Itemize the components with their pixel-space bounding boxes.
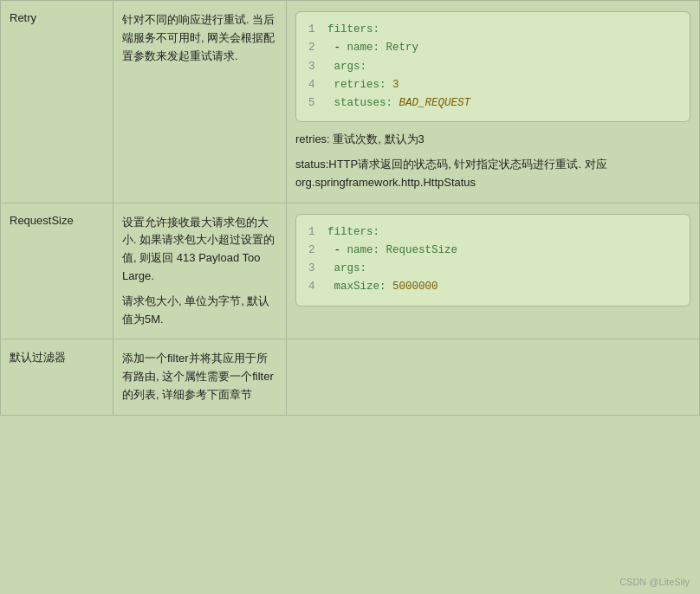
row-desc-text: 设置允许接收最大请求包的大小. 如果请求包大小超过设置的值, 则返回 413 P… bbox=[122, 214, 277, 286]
code-line: 4 retries: 3 bbox=[308, 76, 677, 94]
code-line: 1filters: bbox=[308, 21, 677, 39]
code-line: 1filters: bbox=[308, 223, 677, 242]
row-name-label: RequestSize bbox=[10, 214, 74, 227]
row-name-label: 默认过滤器 bbox=[10, 351, 66, 364]
code-line: 4 maxSize: 5000000 bbox=[308, 278, 677, 296]
row-content: 1filters: 2 - name: Retry 3 args: 4 retr… bbox=[287, 1, 699, 203]
row-content: 1filters: 2 - name: RequestSize 3 args: … bbox=[287, 203, 699, 339]
row-description: 添加一个filter并将其应用于所有路由, 这个属性需要一个filter的列表,… bbox=[113, 339, 287, 414]
table-row: RequestSize 设置允许接收最大请求包的大小. 如果请求包大小超过设置的… bbox=[1, 203, 699, 340]
row-name: RequestSize bbox=[1, 203, 113, 339]
row-content bbox=[287, 339, 699, 414]
row-description: 针对不同的响应进行重试. 当后端服务不可用时, 网关会根据配置参数来发起重试请求… bbox=[113, 1, 287, 203]
row-description: 设置允许接收最大请求包的大小. 如果请求包大小超过设置的值, 则返回 413 P… bbox=[113, 203, 287, 339]
note-status: status:HTTP请求返回的状态码, 针对指定状态码进行重试. 对应org.… bbox=[295, 156, 690, 192]
note-retries: retries: 重试次数, 默认为3 bbox=[295, 131, 690, 149]
row-desc-text: 针对不同的响应进行重试. 当后端服务不可用时, 网关会根据配置参数来发起重试请求… bbox=[122, 13, 275, 62]
row-desc-note: 请求包大小, 单位为字节, 默认值为5M. bbox=[122, 293, 277, 329]
row-name: 默认过滤器 bbox=[1, 339, 113, 414]
code-block: 1filters: 2 - name: Retry 3 args: 4 retr… bbox=[295, 11, 690, 122]
watermark: CSDN @LiteSily bbox=[619, 577, 690, 587]
code-line: 3 args: bbox=[308, 260, 677, 278]
table-row: 默认过滤器 添加一个filter并将其应用于所有路由, 这个属性需要一个filt… bbox=[1, 339, 699, 414]
code-line: 2 - name: Retry bbox=[308, 39, 677, 57]
row-name-label: Retry bbox=[10, 11, 36, 24]
row-name: Retry bbox=[1, 1, 113, 203]
code-block: 1filters: 2 - name: RequestSize 3 args: … bbox=[295, 214, 690, 307]
code-line: 3 args: bbox=[308, 58, 677, 76]
table-row: Retry 针对不同的响应进行重试. 当后端服务不可用时, 网关会根据配置参数来… bbox=[1, 1, 699, 203]
main-table: Retry 针对不同的响应进行重试. 当后端服务不可用时, 网关会根据配置参数来… bbox=[0, 0, 700, 416]
row-desc-text: 添加一个filter并将其应用于所有路由, 这个属性需要一个filter的列表,… bbox=[122, 352, 274, 401]
code-line: 2 - name: RequestSize bbox=[308, 242, 677, 260]
code-line: 5 statuses: BAD_REQUEST bbox=[308, 94, 677, 113]
